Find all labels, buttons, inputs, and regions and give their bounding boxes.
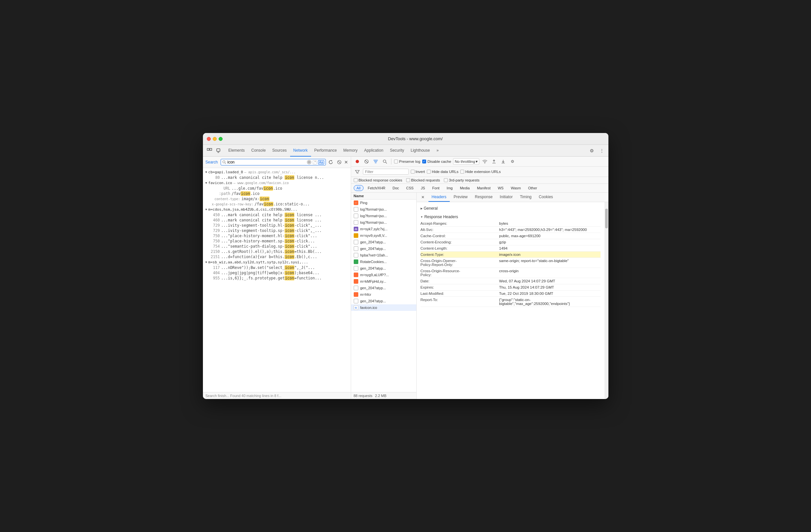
disable-cache-checkbox[interactable]	[422, 159, 426, 163]
result-line-2[interactable]: URL ...gle.com/favicon.ico	[203, 186, 351, 191]
list-item[interactable]: gen_204?atyp...	[351, 239, 416, 245]
detail-tab-cookies[interactable]: Cookies	[536, 193, 556, 202]
throttle-select[interactable]: No throttling ▾	[453, 158, 479, 165]
result-line-13[interactable]: 2150 ...s.getRoot().el(),a);this.icon=th…	[203, 249, 351, 254]
type-btn-css[interactable]: CSS	[403, 185, 417, 191]
clear-search-button[interactable]: ✕	[307, 160, 311, 165]
type-btn-other[interactable]: Other	[525, 185, 540, 191]
tab-more[interactable]: »	[433, 145, 442, 157]
list-item[interactable]: hpba?vet=10ah...	[351, 252, 416, 259]
third-party-checkbox[interactable]	[444, 178, 448, 182]
list-item[interactable]: gen_204?atyp...	[351, 245, 416, 252]
type-btn-ws[interactable]: WS	[495, 185, 506, 191]
result-line-14[interactable]: 2151 ...d=function(a){var b=this.icon.Eb…	[203, 254, 351, 260]
result-line-3[interactable]: :path /favicon.ico	[203, 191, 351, 196]
tab-security[interactable]: Security	[386, 145, 407, 157]
result-group-4[interactable]: ▼ m=sb_wiz,aa,abd,sy12d,sytt,sytp,sy12c,…	[203, 260, 351, 265]
tab-elements[interactable]: Elements	[225, 145, 248, 157]
result-line-5[interactable]: x-google-scs-row-key: /favicon.ico:stati…	[203, 202, 351, 207]
result-line-16[interactable]: 404 ...jpeg|jpg|png|tiff|webp|x-icon);ba…	[203, 270, 351, 276]
list-item[interactable]: gen_204?atyp...	[351, 285, 416, 291]
search-input[interactable]: icon	[228, 160, 306, 165]
result-line-6[interactable]: 450 ...mark canonical cite help icon lic…	[203, 212, 351, 218]
search-icon[interactable]	[381, 158, 388, 165]
type-btn-manifest[interactable]: Manifest	[474, 185, 494, 191]
tab-console[interactable]: Console	[248, 145, 269, 157]
clear-button[interactable]	[363, 158, 370, 165]
preserve-log-checkbox[interactable]	[394, 159, 398, 163]
detail-close-button[interactable]: ✕	[419, 193, 427, 201]
result-group-3[interactable]: ▼ m=cdos,hsm,jsa,mb4ZUb,d,csi,cEt90b,SNU…	[203, 207, 351, 212]
upload-icon[interactable]	[490, 158, 498, 165]
type-btn-doc[interactable]: Doc	[390, 185, 402, 191]
hide-extension-urls-checkbox[interactable]	[460, 170, 464, 174]
filter-icon[interactable]	[372, 158, 379, 165]
list-item[interactable]: m=hfcr	[351, 291, 416, 298]
regex-option[interactable]: .*	[313, 160, 317, 165]
list-item[interactable]: gen_204?atyp...	[351, 298, 416, 304]
blocked-requests-checkbox[interactable]	[406, 178, 410, 182]
type-btn-img[interactable]: Img	[444, 185, 456, 191]
scrollbar[interactable]	[605, 202, 608, 399]
filter-funnel-icon[interactable]	[354, 168, 361, 175]
list-item[interactable]: RotateCookies...	[351, 259, 416, 265]
close-button[interactable]	[207, 137, 211, 141]
result-line-12[interactable]: 754 ..."semantic-path-dialog.sp-icon-cli…	[203, 244, 351, 249]
tab-lighthouse[interactable]: Lighthouse	[408, 145, 433, 157]
list-item-selected[interactable]: G favicon.ico	[351, 304, 416, 311]
result-line-9[interactable]: 729 ...ivity-segment-tooltip.sp-icon-cli…	[203, 228, 351, 233]
type-btn-js[interactable]: JS	[418, 185, 428, 191]
detail-tab-timing[interactable]: Timing	[517, 193, 535, 202]
type-btn-all[interactable]: All	[354, 185, 364, 191]
type-btn-font[interactable]: Font	[429, 185, 443, 191]
list-item[interactable]: JS m=syk7,sylc?xj...	[351, 226, 416, 232]
type-btn-fetch-xhr[interactable]: Fetch/XHR	[365, 185, 388, 191]
result-line-11[interactable]: 750 ..."place-history-moment.sp-icon-cli…	[203, 238, 351, 244]
type-btn-wasm[interactable]: Wasm	[508, 185, 524, 191]
result-line-8[interactable]: 729 ...ivity-segment-tooltip.hl-icon-cli…	[203, 223, 351, 228]
tab-sources[interactable]: Sources	[269, 145, 290, 157]
list-item[interactable]: ↔ Ping	[351, 200, 416, 206]
list-item[interactable]: m=syv9,syv8,V...	[351, 232, 416, 239]
inspect-icon[interactable]	[205, 147, 213, 155]
close-search-button[interactable]: ✕	[344, 159, 348, 165]
device-icon[interactable]	[215, 147, 223, 155]
tab-memory[interactable]: Memory	[340, 145, 361, 157]
detail-tab-response[interactable]: Response	[472, 193, 496, 202]
result-line-10[interactable]: 750 ..."place-history-moment.hl-icon-cli…	[203, 233, 351, 238]
type-btn-media[interactable]: Media	[457, 185, 473, 191]
result-line-1[interactable]: 80 ...mark canonical cite help icon lice…	[203, 175, 351, 180]
list-item[interactable]: log?format=jso...	[351, 206, 416, 213]
tab-application[interactable]: Application	[361, 145, 387, 157]
settings-icon[interactable]: ⚙	[588, 147, 596, 155]
list-item[interactable]: gen_204?atyp...	[351, 265, 416, 271]
blocked-cookies-checkbox[interactable]	[354, 178, 358, 182]
result-group-1[interactable]: ▼ cb=gapi.loaded_0 — apis.google.com/_sc…	[203, 169, 351, 175]
result-line-17[interactable]: 955 ...is,6}};_.fs.prototype.geticon=fun…	[203, 276, 351, 281]
list-item[interactable]: log?format=jso...	[351, 213, 416, 219]
general-section-header[interactable]: ▶ General	[420, 205, 600, 212]
maximize-button[interactable]	[219, 137, 223, 141]
wifi-icon[interactable]	[481, 158, 488, 165]
refresh-search-button[interactable]	[327, 159, 334, 166]
case-option[interactable]: Aa	[318, 160, 324, 165]
result-line-4[interactable]: content-type: image/x-icon	[203, 196, 351, 202]
invert-checkbox[interactable]	[411, 170, 415, 174]
result-line-7[interactable]: 460 ...mark canonical cite help icon lic…	[203, 218, 351, 223]
list-item[interactable]: m=kMFpHd,sy...	[351, 278, 416, 285]
download-icon[interactable]	[500, 158, 507, 165]
record-button[interactable]	[354, 158, 361, 165]
hide-data-urls-checkbox[interactable]	[427, 170, 431, 174]
detail-tab-headers[interactable]: Headers	[428, 193, 450, 202]
filter-input[interactable]	[365, 170, 398, 174]
result-group-2[interactable]: ▼ favicon.ico — www.google.com/favicon.i…	[203, 180, 351, 186]
list-item[interactable]: m=syg9,aLUfP?...	[351, 271, 416, 278]
minimize-button[interactable]	[213, 137, 217, 141]
response-headers-header[interactable]: ▼ Response Headers	[420, 213, 600, 220]
detail-tab-preview[interactable]: Preview	[450, 193, 471, 202]
settings-icon[interactable]: ⚙	[509, 158, 516, 165]
list-item[interactable]: log?format=jso...	[351, 219, 416, 226]
detail-tab-initiator[interactable]: Initiator	[496, 193, 516, 202]
tab-performance[interactable]: Performance	[311, 145, 340, 157]
result-line-15[interactable]: 117 ...nDReve"));Bw.set("select_icon",_J…	[203, 265, 351, 270]
